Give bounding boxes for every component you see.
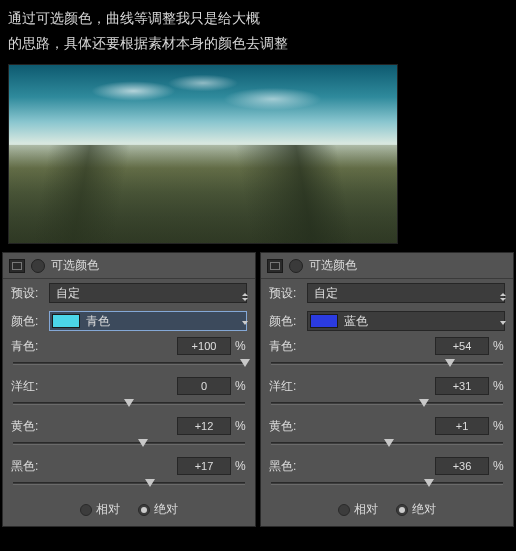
radio-label-absolute: 绝对 <box>412 501 436 518</box>
slider-label-cyan: 青色: <box>11 338 38 355</box>
preset-dropdown[interactable]: 自定 <box>307 283 505 303</box>
slider-track-yellow[interactable] <box>271 437 503 451</box>
caption-line-2: 的思路，具体还要根据素材本身的颜色去调整 <box>8 31 508 56</box>
slider-thumb[interactable] <box>384 439 394 447</box>
slider-thumb[interactable] <box>419 399 429 407</box>
preset-label: 预设: <box>269 285 301 302</box>
color-row: 颜色: 青色 <box>3 307 255 335</box>
preset-label: 预设: <box>11 285 43 302</box>
slider-track-cyan[interactable] <box>13 357 245 371</box>
slider-thumb[interactable] <box>424 479 434 487</box>
mask-icon <box>31 259 45 273</box>
slider-track-yellow[interactable] <box>13 437 245 451</box>
panels-container: 可选颜色 预设: 自定 颜色: 青色 青色: +100 % <box>0 252 516 527</box>
caption-text: 通过可选颜色，曲线等调整我只是给大概 的思路，具体还要根据素材本身的颜色去调整 <box>0 0 516 60</box>
slider-magenta: 洋红: +31 % <box>261 375 513 411</box>
pct-label: % <box>235 339 247 353</box>
preset-value: 自定 <box>56 285 80 302</box>
color-swatch <box>310 314 338 328</box>
value-input-cyan[interactable]: +54 <box>435 337 489 355</box>
slider-track-black[interactable] <box>271 477 503 491</box>
radio-absolute[interactable]: 绝对 <box>396 501 436 518</box>
slider-black: 黑色: +17 % <box>3 455 255 491</box>
slider-thumb[interactable] <box>145 479 155 487</box>
slider-label-cyan: 青色: <box>269 338 296 355</box>
radio-label-relative: 相对 <box>96 501 120 518</box>
color-name: 蓝色 <box>344 313 368 330</box>
adjustment-icon <box>9 259 25 273</box>
value-input-yellow[interactable]: +1 <box>435 417 489 435</box>
radio-icon <box>138 504 150 516</box>
value-input-black[interactable]: +17 <box>177 457 231 475</box>
value-input-cyan[interactable]: +100 <box>177 337 231 355</box>
color-swatch <box>52 314 80 328</box>
color-dropdown[interactable]: 蓝色 <box>307 311 505 331</box>
radio-label-absolute: 绝对 <box>154 501 178 518</box>
value-input-black[interactable]: +36 <box>435 457 489 475</box>
radio-label-relative: 相对 <box>354 501 378 518</box>
slider-track-cyan[interactable] <box>271 357 503 371</box>
pct-label: % <box>235 379 247 393</box>
slider-black: 黑色: +36 % <box>261 455 513 491</box>
radio-relative[interactable]: 相对 <box>80 501 120 518</box>
panel-title: 可选颜色 <box>309 257 357 274</box>
value-input-magenta[interactable]: +31 <box>435 377 489 395</box>
pct-label: % <box>493 339 505 353</box>
mask-icon <box>289 259 303 273</box>
slider-thumb[interactable] <box>445 359 455 367</box>
pct-label: % <box>235 419 247 433</box>
mode-radio-group: 相对 绝对 <box>261 495 513 520</box>
value-input-yellow[interactable]: +12 <box>177 417 231 435</box>
color-label: 颜色: <box>269 313 301 330</box>
pct-label: % <box>493 419 505 433</box>
slider-track-magenta[interactable] <box>271 397 503 411</box>
slider-thumb[interactable] <box>240 359 250 367</box>
slider-label-black: 黑色: <box>11 458 38 475</box>
slider-thumb[interactable] <box>138 439 148 447</box>
slider-cyan: 青色: +100 % <box>3 335 255 371</box>
slider-track-magenta[interactable] <box>13 397 245 411</box>
preset-value: 自定 <box>314 285 338 302</box>
slider-magenta: 洋红: 0 % <box>3 375 255 411</box>
slider-yellow: 黄色: +1 % <box>261 415 513 451</box>
pct-label: % <box>493 379 505 393</box>
radio-icon <box>396 504 408 516</box>
selective-color-panel-right: 可选颜色 预设: 自定 颜色: 蓝色 青色: +54 % <box>260 252 514 527</box>
slider-label-magenta: 洋红: <box>269 378 296 395</box>
preset-dropdown[interactable]: 自定 <box>49 283 247 303</box>
radio-absolute[interactable]: 绝对 <box>138 501 178 518</box>
slider-yellow: 黄色: +12 % <box>3 415 255 451</box>
preset-row: 预设: 自定 <box>3 279 255 307</box>
slider-label-yellow: 黄色: <box>11 418 38 435</box>
slider-label-magenta: 洋红: <box>11 378 38 395</box>
selective-color-panel-left: 可选颜色 预设: 自定 颜色: 青色 青色: +100 % <box>2 252 256 527</box>
caption-line-1: 通过可选颜色，曲线等调整我只是给大概 <box>8 6 508 31</box>
panel-header: 可选颜色 <box>3 253 255 279</box>
color-dropdown[interactable]: 青色 <box>49 311 247 331</box>
slider-thumb[interactable] <box>124 399 134 407</box>
pct-label: % <box>235 459 247 473</box>
radio-icon <box>338 504 350 516</box>
value-input-magenta[interactable]: 0 <box>177 377 231 395</box>
color-row: 颜色: 蓝色 <box>261 307 513 335</box>
panel-header: 可选颜色 <box>261 253 513 279</box>
panel-title: 可选颜色 <box>51 257 99 274</box>
slider-label-black: 黑色: <box>269 458 296 475</box>
color-label: 颜色: <box>11 313 43 330</box>
slider-cyan: 青色: +54 % <box>261 335 513 371</box>
mode-radio-group: 相对 绝对 <box>3 495 255 520</box>
radio-relative[interactable]: 相对 <box>338 501 378 518</box>
pct-label: % <box>493 459 505 473</box>
color-name: 青色 <box>86 313 110 330</box>
slider-track-black[interactable] <box>13 477 245 491</box>
preset-row: 预设: 自定 <box>261 279 513 307</box>
adjustment-icon <box>267 259 283 273</box>
preview-image <box>8 64 398 244</box>
radio-icon <box>80 504 92 516</box>
slider-label-yellow: 黄色: <box>269 418 296 435</box>
